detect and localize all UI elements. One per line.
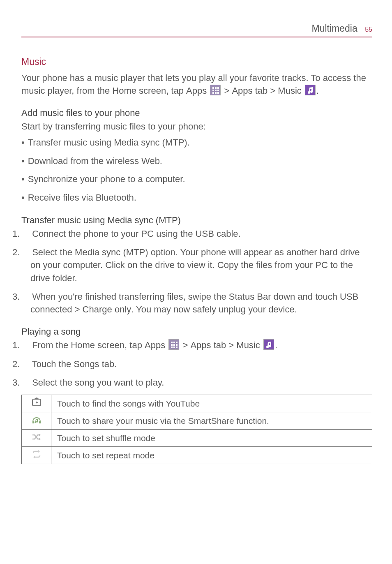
svg-rect-19 xyxy=(32,421,34,423)
gt-1: > xyxy=(221,86,232,96)
bullet-item: Transfer music using Media sync (MTP). xyxy=(21,136,372,149)
play-steps: 1. From the Home screen, tap Apps > Apps… xyxy=(21,339,372,389)
icon-cell xyxy=(22,447,51,464)
icon-cell xyxy=(22,412,51,430)
step3e: . You may now safely unplug your device. xyxy=(131,304,297,314)
step3c: > xyxy=(72,304,83,314)
add-heading: Add music files to your phone xyxy=(21,108,372,118)
play-tab-word: tab > xyxy=(211,340,237,350)
svg-rect-16 xyxy=(173,347,175,348)
svg-rect-9 xyxy=(171,342,173,343)
svg-rect-11 xyxy=(176,342,178,343)
table-row: Touch to find the songs with YouTube xyxy=(22,395,372,412)
section-transfer: Transfer music using Media sync (MTP) 1.… xyxy=(21,215,372,316)
table-row: Touch to share your music via the SmartS… xyxy=(22,412,372,430)
svg-rect-0 xyxy=(212,87,214,89)
step2a: Select the xyxy=(32,247,75,257)
smartshare-icon xyxy=(31,415,42,425)
step3d: Charge only xyxy=(83,304,131,314)
play-apps-tab: Apps xyxy=(190,340,211,350)
music-icon xyxy=(263,339,274,350)
svg-rect-8 xyxy=(217,92,219,94)
play-music-label: Music xyxy=(236,340,260,350)
svg-rect-15 xyxy=(171,347,173,348)
list-item: 3. When you're finished transferring fil… xyxy=(21,290,372,316)
music-icon xyxy=(305,85,316,95)
svg-rect-4 xyxy=(215,90,217,91)
list-item: 1. From the Home screen, tap Apps > Apps… xyxy=(21,339,372,351)
shuffle-icon xyxy=(31,432,42,442)
step1-text: Connect the phone to your PC using the U… xyxy=(32,229,241,239)
music-intro: Your phone has a music player that lets … xyxy=(21,72,372,97)
apps-label: Apps xyxy=(186,86,207,96)
svg-rect-14 xyxy=(176,344,178,346)
icon-cell xyxy=(22,395,51,412)
table-cell: Touch to set repeat mode xyxy=(51,447,372,464)
play3: Select the song you want to play. xyxy=(32,377,164,388)
bullet-item: Receive files via Bluetooth. xyxy=(21,192,372,204)
play-heading: Playing a song xyxy=(21,326,372,337)
transfer-steps: 1. Connect the phone to your PC using th… xyxy=(21,227,372,316)
play2a: Touch the xyxy=(32,359,74,369)
table-cell: Touch to find the songs with YouTube xyxy=(51,395,372,412)
page-header: Multimedia 55 xyxy=(21,23,372,37)
svg-rect-13 xyxy=(173,344,175,346)
table-cell: Touch to set shuffle mode xyxy=(51,430,372,447)
svg-rect-10 xyxy=(173,342,175,343)
play2b: Songs xyxy=(74,359,99,369)
svg-rect-1 xyxy=(215,87,217,89)
apps-icon xyxy=(210,85,221,95)
tab-word-1: tab > xyxy=(253,86,278,96)
bullet-item: Synchronize your phone to a computer. xyxy=(21,173,372,186)
table-row: Touch to set shuffle mode xyxy=(22,430,372,447)
table-cell: Touch to share your music via the SmartS… xyxy=(51,412,372,430)
svg-rect-5 xyxy=(217,90,219,91)
svg-rect-12 xyxy=(171,344,173,346)
table-row: Touch to set repeat mode xyxy=(22,447,372,464)
bullet-item: Download from the wireless Web. xyxy=(21,155,372,168)
add-bullets: Transfer music using Media sync (MTP). D… xyxy=(21,136,372,204)
music-heading: Music xyxy=(21,56,372,67)
svg-rect-2 xyxy=(217,87,219,89)
play1a: From the Home screen, tap xyxy=(32,340,145,350)
icon-cell xyxy=(22,430,51,447)
list-item: 2. Touch the Songs tab. xyxy=(21,358,372,370)
play2c: tab. xyxy=(99,359,117,369)
svg-rect-3 xyxy=(212,90,214,91)
play-gt: > xyxy=(180,340,190,350)
play-apps-label: Apps xyxy=(145,340,165,350)
apps-tab-label: Apps xyxy=(232,86,252,96)
controls-table: Touch to find the songs with YouTube Tou… xyxy=(21,395,372,464)
list-item: 1. Connect the phone to your PC using th… xyxy=(21,227,372,240)
transfer-heading: Transfer music using Media sync (MTP) xyxy=(21,215,372,226)
section-playing: Playing a song 1. From the Home screen, … xyxy=(21,326,372,389)
apps-icon xyxy=(168,339,179,350)
list-item: 2. Select the Media sync (MTP) option. Y… xyxy=(21,246,372,284)
svg-rect-17 xyxy=(176,347,178,348)
youtube-icon xyxy=(31,398,42,407)
add-intro: Start by transferring music files to you… xyxy=(21,120,372,133)
repeat-icon xyxy=(31,449,42,459)
svg-rect-7 xyxy=(215,92,217,94)
music-label: Music xyxy=(278,86,301,96)
step3a: When you're finished transferring files,… xyxy=(32,291,340,302)
svg-rect-6 xyxy=(212,92,214,94)
play-period: . xyxy=(275,340,277,350)
step2b: Media sync (MTP) xyxy=(75,247,148,257)
header-section-title: Multimedia xyxy=(312,23,357,34)
section-music: Music Your phone has a music player that… xyxy=(21,56,372,97)
period-1: . xyxy=(316,86,319,96)
list-item: 3. Select the song you want to play. xyxy=(21,376,372,389)
page-number: 55 xyxy=(365,26,372,33)
svg-rect-20 xyxy=(39,421,41,423)
section-add-music: Add music files to your phone Start by t… xyxy=(21,108,372,204)
